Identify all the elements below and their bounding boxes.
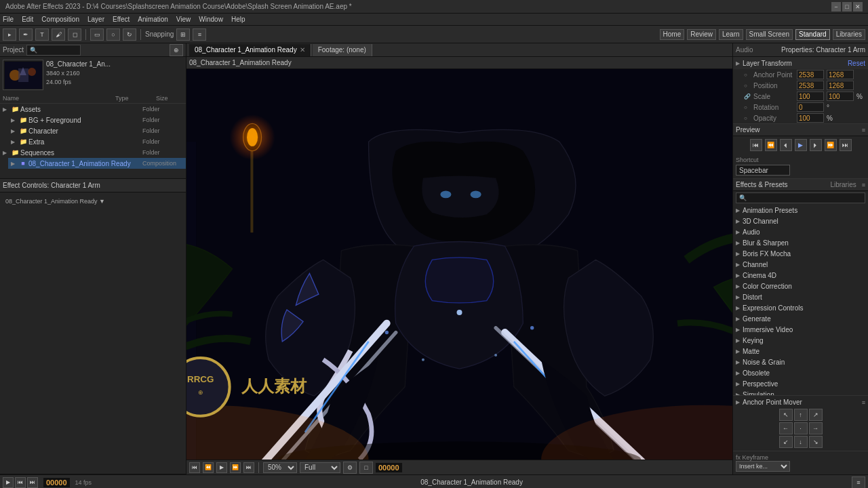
effect-cat-obsolete[interactable]: ▶Obsolete <box>733 367 868 378</box>
comp-tab-footage[interactable]: Footage: (none) <box>313 44 372 56</box>
menu-composition[interactable]: Composition <box>41 16 79 23</box>
workspace-small-screen[interactable]: Small Screen <box>746 29 793 40</box>
workspace-learn[interactable]: Learn <box>719 29 743 40</box>
prev-last[interactable]: ⏭ <box>840 139 852 151</box>
workspace-standard[interactable]: Standard <box>795 29 830 40</box>
effect-cat-channel[interactable]: ▶Channel <box>733 259 868 270</box>
btn-first-frame[interactable]: ⏮ <box>189 462 200 473</box>
effect-cat-distort[interactable]: ▶Distort <box>733 291 868 302</box>
reset-btn[interactable]: Reset <box>848 60 865 67</box>
viewer-options[interactable]: ⚙ <box>343 462 357 474</box>
menu-help[interactable]: Help <box>231 16 245 23</box>
position-y[interactable] <box>827 81 854 90</box>
minimize-btn[interactable]: − <box>831 2 841 12</box>
prev-back[interactable]: ⏪ <box>765 139 777 151</box>
tl-play[interactable]: ▶ <box>3 477 14 488</box>
effect-cat-perspective[interactable]: ▶Perspective <box>733 378 868 389</box>
effect-cat-color[interactable]: ▶Color Correction <box>733 281 868 291</box>
anchor-y[interactable] <box>827 70 854 79</box>
anchor-mr[interactable]: → <box>809 422 823 434</box>
close-btn[interactable]: ✕ <box>853 2 863 12</box>
prev-fwd-one[interactable]: ⏵ <box>810 139 822 151</box>
composition-viewer[interactable]: RRCG ⊕ 人人素材 Udemy <box>186 69 732 460</box>
comp-tab-active[interactable]: 08_Character 1_Animation Ready ✕ <box>189 44 311 56</box>
prev-play[interactable]: ▶ <box>795 139 807 151</box>
anchor-x[interactable] <box>797 70 824 79</box>
project-icon-new[interactable]: ⊕ <box>170 44 183 56</box>
tool-shape-rect[interactable]: ▭ <box>90 28 104 41</box>
file-sequences[interactable]: ▶ 📁 Sequences Folder <box>0 147 186 158</box>
tool-select[interactable]: ▸ <box>3 28 16 41</box>
tool-shape-ellipse[interactable]: ○ <box>106 28 120 41</box>
file-character[interactable]: ▶ 📁 Character Folder <box>8 125 186 136</box>
btn-next-frame[interactable]: ⏩ <box>230 462 241 473</box>
effect-cat-keying[interactable]: ▶Keying <box>733 335 868 346</box>
prev-first[interactable]: ⏮ <box>750 139 762 151</box>
position-x[interactable] <box>797 81 824 90</box>
effect-cat-immersive[interactable]: ▶Immersive Video <box>733 324 868 335</box>
shortcut-input[interactable] <box>736 165 790 176</box>
prev-back-one[interactable]: ⏴ <box>780 139 792 151</box>
tl-next[interactable]: ⏭ <box>27 477 38 488</box>
anchor-bc[interactable]: ↓ <box>794 436 808 448</box>
btn-prev-frame[interactable]: ⏪ <box>203 462 214 473</box>
effect-cat-cinema4d[interactable]: ▶Cinema 4D <box>733 270 868 281</box>
btn-last-frame[interactable]: ⏭ <box>243 462 254 473</box>
anchor-tr[interactable]: ↗ <box>809 409 823 421</box>
prev-fwd[interactable]: ⏩ <box>825 139 837 151</box>
tl-prev[interactable]: ⏮ <box>15 477 26 488</box>
menu-effect[interactable]: Effect <box>113 16 130 23</box>
workspace-review[interactable]: Review <box>687 29 716 40</box>
menu-layer[interactable]: Layer <box>87 16 104 23</box>
properties-label: Properties: Character 1 Arm <box>781 46 865 54</box>
resolution-select[interactable]: FullHalfQuarter <box>300 462 340 473</box>
workspace-libraries[interactable]: Libraries <box>833 29 865 40</box>
anchor-ml[interactable]: ← <box>779 422 793 434</box>
tool-pen[interactable]: ✒ <box>19 28 33 41</box>
anchor-br[interactable]: ↘ <box>809 436 823 448</box>
kf-insert-select[interactable]: Insert ke... <box>736 461 790 472</box>
file-extra[interactable]: ▶ 📁 Extra Folder <box>8 136 186 147</box>
effect-cat-expression[interactable]: ▶Expression Controls <box>733 302 868 313</box>
effect-cat-noise[interactable]: ▶Noise & Grain <box>733 357 868 367</box>
file-anim-ready[interactable]: ▶ ■ 08_Character 1_Animation Ready Compo… <box>8 158 186 169</box>
anchor-tc[interactable]: ↑ <box>794 409 808 421</box>
menu-file[interactable]: File <box>3 16 14 23</box>
tl-settings[interactable]: ≡ <box>852 476 865 489</box>
menu-window[interactable]: Window <box>199 16 223 23</box>
tool-eraser[interactable]: ◻ <box>68 28 81 41</box>
maximize-btn[interactable]: □ <box>842 2 852 12</box>
snapping-options[interactable]: ≡ <box>193 28 206 41</box>
zoom-select[interactable]: 50%100%Fit <box>263 462 297 473</box>
anchor-mc[interactable]: · <box>794 422 808 434</box>
rotation-val[interactable] <box>797 102 824 112</box>
tool-text[interactable]: T <box>35 28 49 41</box>
workspace-home[interactable]: Home <box>660 29 685 40</box>
tool-brush[interactable]: 🖌 <box>52 28 65 41</box>
menu-edit[interactable]: Edit <box>22 16 33 23</box>
effect-cat-audio[interactable]: ▶Audio <box>733 226 868 237</box>
btn-play[interactable]: ▶ <box>216 462 227 473</box>
effect-cat-animation[interactable]: ▶Animation Presets <box>733 205 868 216</box>
layer-transform-header[interactable]: ▶ Layer Transform Reset <box>733 57 868 69</box>
scale-x[interactable] <box>797 92 824 101</box>
viewer-toggle[interactable]: □ <box>359 462 373 474</box>
effect-cat-boris[interactable]: ▶Boris FX Mocha <box>733 248 868 259</box>
snapping-toggle[interactable]: ⊞ <box>176 28 190 41</box>
effect-cat-generate[interactable]: ▶Generate <box>733 313 868 324</box>
menu-animation[interactable]: Animation <box>138 16 167 23</box>
file-bg-foreground[interactable]: ▶ 📁 BG + Foreground Folder <box>8 115 186 125</box>
effect-cat-3d[interactable]: ▶3D Channel <box>733 216 868 226</box>
effects-search[interactable]: 🔍 <box>736 192 865 203</box>
file-assets[interactable]: ▶ 📁 Assets Folder <box>0 104 186 115</box>
effect-cat-matte[interactable]: ▶Matte <box>733 346 868 357</box>
anchor-bl[interactable]: ↙ <box>779 436 793 448</box>
tool-rotate[interactable]: ↻ <box>123 28 136 41</box>
scale-y[interactable] <box>827 92 854 101</box>
effect-cat-simulation[interactable]: ▶Simulation <box>733 389 868 395</box>
opacity-val[interactable] <box>797 113 824 123</box>
project-search[interactable]: 🔍 <box>26 45 81 56</box>
menu-view[interactable]: View <box>176 16 191 23</box>
effect-cat-blur[interactable]: ▶Blur & Sharpen <box>733 237 868 248</box>
anchor-tl[interactable]: ↖ <box>779 409 793 421</box>
